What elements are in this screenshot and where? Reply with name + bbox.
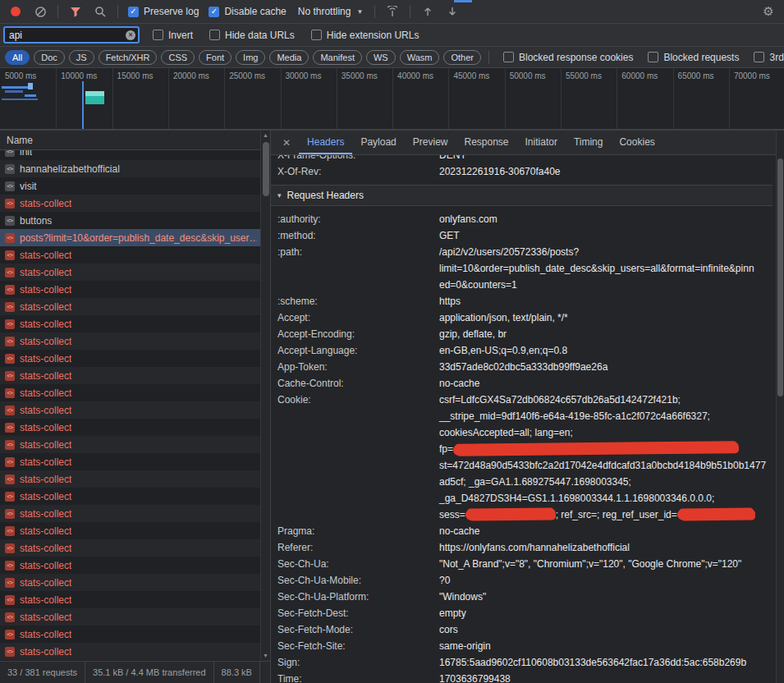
type-filter-manifest[interactable]: Manifest — [313, 50, 362, 65]
request-row-selected[interactable]: <>posts?limit=10&order=publish_date_desc… — [0, 229, 270, 246]
header-name: X-Of-Rev: — [277, 163, 439, 180]
request-row[interactable]: <>visit — [0, 177, 270, 195]
checkbox-blocked-requests[interactable]: Blocked requests — [644, 52, 742, 63]
name-column-header[interactable]: Name — [0, 131, 270, 150]
disable-cache-checkbox[interactable]: ✓ Disable cache — [205, 6, 289, 17]
request-row[interactable]: <>stats-collect — [0, 505, 270, 522]
filter-toggle-button[interactable] — [65, 2, 86, 21]
overview-strip[interactable]: 5000 ms10000 ms15000 ms20000 ms25000 ms3… — [0, 68, 784, 131]
header-row: Referer:https://onlyfans.com/hannaheliza… — [271, 539, 773, 556]
request-row[interactable]: <>stats-collect — [0, 281, 270, 298]
header-row: Sec-Ch-Ua:"Not_A Brand";v="8", "Chromium… — [271, 556, 773, 572]
settings-button[interactable]: ⚙ — [758, 2, 779, 21]
request-row[interactable]: <>stats-collect — [0, 436, 270, 453]
header-name: :path: — [277, 244, 439, 293]
type-filter-img[interactable]: Img — [236, 50, 265, 65]
request-row[interactable]: <>stats-collect — [0, 539, 270, 557]
invert-checkbox[interactable]: Invert — [149, 30, 196, 41]
request-row[interactable]: <>stats-collect — [0, 488, 270, 505]
request-row[interactable]: <>stats-collect — [0, 315, 270, 332]
record-button[interactable] — [5, 2, 26, 21]
details-scrollbar[interactable] — [776, 131, 784, 683]
request-headers-section[interactable]: ▾ Request Headers — [271, 185, 773, 206]
request-row[interactable]: <>stats-collect — [0, 574, 270, 591]
scrollbar-thumb[interactable] — [263, 142, 269, 196]
type-filter-doc[interactable]: Doc — [34, 50, 65, 65]
scrolled-headers-clip: X-Frame-Options:DENYX-Of-Rev:20231226191… — [271, 155, 773, 180]
type-filter-ws[interactable]: WS — [366, 50, 396, 65]
network-activity-bar — [28, 83, 33, 89]
hide-data-urls-checkbox[interactable]: Hide data URLs — [206, 30, 298, 41]
request-row[interactable]: <>stats-collect — [0, 591, 270, 608]
request-file-icon: <> — [5, 164, 15, 174]
tab-initiator[interactable]: Initiator — [517, 131, 566, 154]
header-name: Cache-Control: — [277, 375, 439, 392]
request-row[interactable]: <>stats-collect — [0, 298, 270, 315]
type-filter-js[interactable]: JS — [69, 50, 94, 65]
request-error-icon: <> — [5, 337, 15, 346]
type-filter-wasm[interactable]: Wasm — [400, 50, 440, 65]
request-row[interactable]: <>stats-collect — [0, 195, 270, 212]
clear-filter-icon[interactable]: ✕ — [126, 30, 135, 40]
header-row: Cache-Control:no-cache — [271, 375, 773, 392]
checkbox-checked-icon: ✓ — [128, 7, 139, 17]
checkbox-blocked-response-cookies[interactable]: Blocked response cookies — [500, 52, 636, 63]
request-name: hannahelizabethofficial — [20, 163, 120, 175]
request-row[interactable]: <>stats-collect — [0, 608, 270, 626]
request-row[interactable]: <>stats-collect — [0, 557, 270, 574]
export-har-button[interactable] — [442, 2, 463, 21]
network-filter-input[interactable] — [9, 30, 123, 41]
request-row[interactable]: <>init — [0, 150, 270, 160]
request-row[interactable]: <>stats-collect — [0, 643, 270, 660]
tab-payload[interactable]: Payload — [352, 131, 404, 154]
type-filter-fetch-xhr[interactable]: Fetch/XHR — [99, 50, 158, 65]
tab-timing[interactable]: Timing — [566, 131, 612, 154]
request-row[interactable]: <>stats-collect — [0, 522, 270, 539]
request-row[interactable]: <>stats-collect — [0, 453, 270, 470]
clear-button[interactable] — [30, 2, 51, 21]
request-row[interactable]: <>stats-collect — [0, 246, 270, 264]
request-row[interactable]: <>buttons — [0, 212, 270, 229]
close-details-button[interactable]: ✕ — [274, 131, 299, 154]
header-value: /api2/v2/users/20572336/posts?limit=10&o… — [439, 244, 773, 293]
request-row[interactable]: <>stats-collect — [0, 401, 270, 419]
type-filter-font[interactable]: Font — [199, 50, 232, 65]
type-filter-all[interactable]: All — [5, 50, 30, 65]
tab-preview[interactable]: Preview — [405, 131, 456, 154]
search-button[interactable] — [89, 2, 111, 21]
request-row[interactable]: <>stats-collect — [0, 367, 270, 384]
request-row[interactable]: <>stats-collect — [0, 419, 270, 436]
request-row[interactable]: <>stats-collect — [0, 332, 270, 350]
network-conditions-button[interactable] — [382, 2, 403, 21]
checkbox-3rd-party-requests[interactable]: 3rd-party requests — [750, 52, 784, 63]
scroll-down-icon[interactable]: ▼ — [261, 651, 270, 661]
tab-response[interactable]: Response — [456, 131, 516, 154]
preserve-log-checkbox[interactable]: ✓ Preserve log — [125, 6, 202, 17]
hide-extension-urls-checkbox[interactable]: Hide extension URLs — [308, 30, 423, 41]
scrollbar-thumb[interactable] — [777, 158, 783, 397]
type-filter-css[interactable]: CSS — [161, 50, 195, 65]
tab-cookies[interactable]: Cookies — [611, 131, 663, 154]
request-row[interactable]: <>stats-collect — [0, 350, 270, 367]
request-row[interactable]: <>stats-collect — [0, 384, 270, 401]
request-row[interactable]: <>stats-collect — [0, 470, 270, 488]
checkbox-label: Blocked response cookies — [519, 52, 633, 63]
overview-tick-label: 20000 ms — [173, 71, 209, 80]
request-row[interactable]: <>stats-collect — [0, 626, 270, 643]
overview-tick-label: 35000 ms — [342, 71, 378, 80]
header-row: Sec-Fetch-Site:same-origin — [271, 638, 773, 654]
disclosure-triangle-icon[interactable]: ▾ — [277, 191, 282, 199]
request-row[interactable]: <>stats-collect — [0, 264, 270, 281]
request-row[interactable]: <>hannahelizabethofficial — [0, 160, 270, 177]
overview-tick-label: 40000 ms — [397, 71, 433, 80]
scroll-up-icon[interactable]: ▲ — [261, 131, 270, 140]
request-details-panel: ✕ HeadersPayloadPreviewResponseInitiator… — [271, 131, 784, 683]
tab-headers[interactable]: Headers — [299, 131, 352, 154]
type-filter-media[interactable]: Media — [269, 50, 309, 65]
import-har-button[interactable] — [417, 2, 438, 21]
request-list-scrollbar[interactable]: ▲ ▼ — [260, 131, 270, 661]
header-value: csrf=LdfcGX4Sa72db06824c657db26a5d142472… — [439, 392, 773, 523]
throttling-select[interactable]: No throttling ▼ — [293, 6, 369, 17]
type-filter-other[interactable]: Other — [443, 50, 481, 65]
overview-selection-line[interactable] — [82, 81, 84, 131]
